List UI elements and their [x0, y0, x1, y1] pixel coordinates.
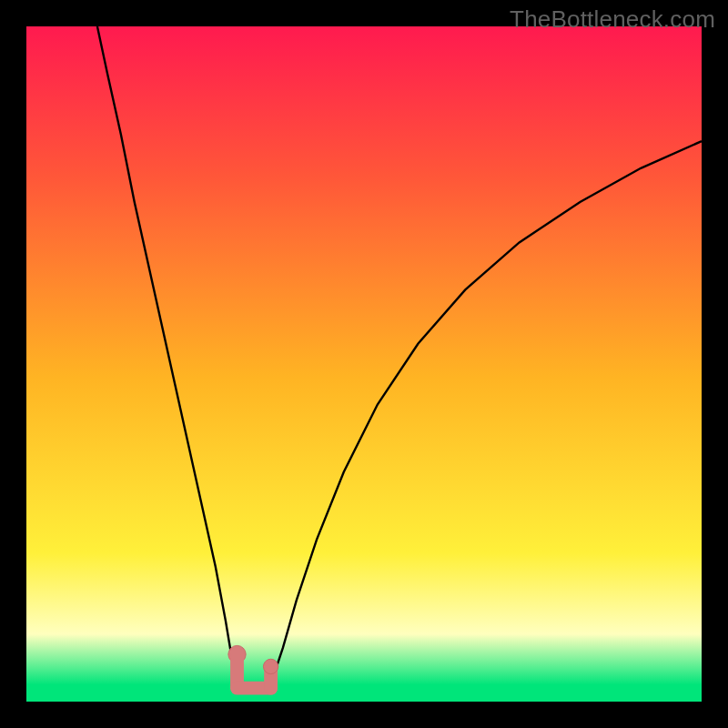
plot-area — [26, 26, 702, 702]
chart-frame: TheBottleneck.com — [0, 0, 728, 728]
chart-svg — [26, 26, 702, 702]
marker-dot — [263, 659, 278, 673]
watermark-text: TheBottleneck.com — [510, 5, 715, 34]
gradient-background — [26, 26, 702, 702]
